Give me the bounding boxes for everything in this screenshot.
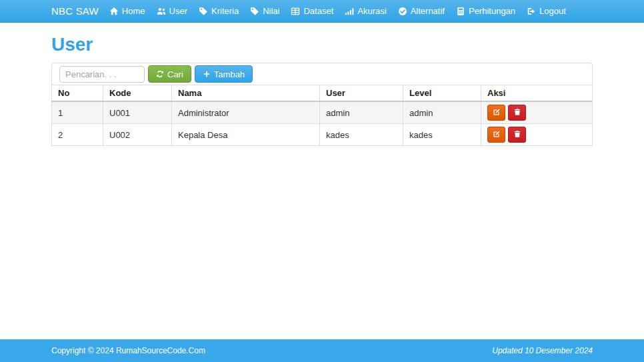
cell-level: kades	[403, 124, 481, 146]
nav-item-label: Logout	[539, 6, 566, 16]
table-header-row: No Kode Nama User Level Aksi	[52, 85, 593, 102]
table-header: No Kode Nama User Level Aksi	[52, 85, 593, 102]
page-title: User	[51, 34, 593, 55]
column-header-aksi: Aksi	[481, 85, 593, 102]
cell-kode: U001	[103, 101, 172, 124]
cell-aksi	[481, 101, 593, 124]
cari-button[interactable]: Cari	[148, 65, 191, 83]
tag-icon	[250, 7, 259, 16]
home-icon	[109, 7, 119, 16]
main-content: User Cari Tambah	[0, 23, 644, 339]
edit-button[interactable]	[487, 105, 505, 121]
nav-item-logout[interactable]: Logout	[527, 6, 566, 16]
cell-no: 2	[52, 124, 103, 146]
cell-user: admin	[320, 101, 403, 124]
nav-item-label: Perhitungan	[469, 6, 515, 16]
delete-button[interactable]	[508, 105, 526, 121]
nav-item-label: Home	[122, 6, 145, 16]
footer-updated: Updated 10 Desember 2024	[492, 346, 593, 355]
plus-icon	[203, 70, 211, 78]
nav-menu: Home User Kriteria Nilai	[109, 6, 566, 16]
cell-aksi	[481, 124, 593, 146]
pencil-square-icon	[493, 108, 501, 118]
user-table: No Kode Nama User Level Aksi 1 U001 Admi…	[51, 85, 593, 146]
nav-item-home[interactable]: Home	[109, 6, 145, 16]
cari-button-label: Cari	[167, 69, 183, 79]
delete-button[interactable]	[508, 127, 526, 143]
users-icon	[157, 7, 166, 16]
cell-no: 1	[52, 101, 103, 124]
nav-item-label: User	[169, 6, 187, 16]
nav-item-perhitungan[interactable]: Perhitungan	[456, 6, 515, 16]
pencil-square-icon	[493, 130, 501, 140]
nav-item-akurasi[interactable]: Akurasi	[345, 6, 386, 16]
nav-item-kriteria[interactable]: Kriteria	[199, 6, 239, 16]
nav-item-label: Kriteria	[211, 6, 239, 16]
footer: Copyright © 2024 RumahSourceCode.Com Upd…	[0, 339, 644, 362]
tambah-button-label: Tambah	[214, 69, 245, 79]
cell-user: kades	[320, 124, 403, 146]
refresh-icon	[156, 70, 164, 78]
table-icon	[291, 7, 300, 16]
nav-item-nilai[interactable]: Nilai	[250, 6, 279, 16]
nav-item-alternatif[interactable]: Alternatif	[398, 6, 445, 16]
cell-level: admin	[403, 101, 481, 124]
toolbar: Cari Tambah	[51, 63, 593, 85]
search-input[interactable]	[59, 66, 145, 83]
nav-item-label: Dataset	[303, 6, 333, 16]
column-header-level: Level	[403, 85, 481, 102]
tag-icon	[199, 7, 208, 16]
nav-item-label: Akurasi	[357, 6, 386, 16]
edit-button[interactable]	[487, 127, 505, 143]
nav-item-label: Alternatif	[411, 6, 445, 16]
nav-item-label: Nilai	[263, 6, 279, 16]
column-header-user: User	[320, 85, 403, 102]
cell-nama: Administrator	[172, 101, 320, 124]
cell-kode: U002	[103, 124, 172, 146]
column-header-nama: Nama	[172, 85, 320, 102]
signal-icon	[345, 7, 354, 16]
calculator-icon	[456, 7, 465, 16]
column-header-no: No	[52, 85, 103, 102]
column-header-kode: Kode	[103, 85, 172, 102]
sign-out-icon	[527, 7, 536, 16]
nav-item-dataset[interactable]: Dataset	[291, 6, 333, 16]
trash-icon	[513, 130, 521, 140]
brand[interactable]: NBC SAW	[51, 5, 99, 17]
check-circle-icon	[398, 7, 407, 16]
nav-item-user[interactable]: User	[157, 6, 187, 16]
tambah-button[interactable]: Tambah	[195, 65, 253, 83]
table-row: 1 U001 Administrator admin admin	[52, 101, 593, 124]
navbar: NBC SAW Home User Kriteria	[0, 0, 644, 23]
table-row: 2 U002 Kepala Desa kades kades	[52, 124, 593, 146]
footer-copyright: Copyright © 2024 RumahSourceCode.Com	[51, 346, 205, 355]
cell-nama: Kepala Desa	[172, 124, 320, 146]
trash-icon	[513, 108, 521, 118]
